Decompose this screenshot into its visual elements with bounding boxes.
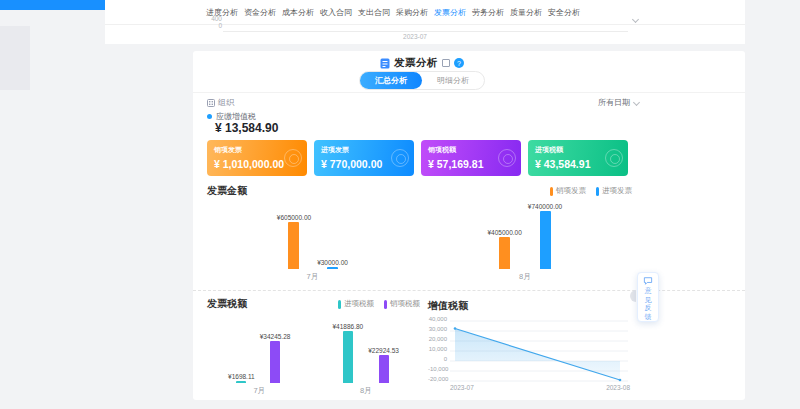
bar-group: ¥41886.80¥22924.538月 <box>332 319 398 396</box>
bar-value-label: ¥41886.80 <box>332 323 363 330</box>
summary-card-label: 进项税额 <box>535 145 621 155</box>
y-axis-tick: -10,000 <box>428 366 447 372</box>
category-label: 7月 <box>307 272 319 282</box>
view-toggle: 汇总分析明细分析 <box>193 71 651 90</box>
view-toggle-group: 汇总分析明细分析 <box>359 71 485 90</box>
bar-unit: ¥605000.00 <box>277 199 311 269</box>
category-label: 7月 <box>253 386 265 396</box>
bar-进项税额 <box>343 331 353 383</box>
bar-unit: ¥41886.80 <box>332 319 363 383</box>
invoice-analysis-card: 发票分析 ? 汇总分析明细分析 组织 所有日期 应缴增值税 ¥ 13,584.9… <box>193 51 745 400</box>
feedback-label: 意见反馈 <box>645 287 652 321</box>
legend-label: 进项税额 <box>344 299 374 309</box>
bar-value-label: ¥34245.28 <box>260 333 291 340</box>
summary-card-label: 进项发票 <box>321 145 407 155</box>
filter-row: 组织 所有日期 <box>207 97 639 108</box>
y-axis-tick: 40,000 <box>428 316 447 322</box>
legend-item[interactable]: 进项发票 <box>596 186 632 196</box>
legend-item[interactable]: 进项税额 <box>338 299 374 309</box>
bar-group: ¥1698.11¥34245.287月 <box>228 319 290 396</box>
data-point <box>454 327 457 330</box>
legend-label: 进项发票 <box>602 186 632 196</box>
legend-item[interactable]: 销项税额 <box>384 299 420 309</box>
section-title: 发票金额 <box>207 184 247 198</box>
header-divider <box>193 92 745 93</box>
x-axis-label: 2023-08 <box>606 384 630 391</box>
bar-value-label: ¥405000.00 <box>487 229 521 236</box>
legend-marker-icon <box>596 187 599 196</box>
feedback-widget[interactable]: 意见反馈 <box>637 272 659 322</box>
bar-销项税额 <box>270 341 280 384</box>
invoice-amount-legend: 销项发票进项发票 <box>550 186 632 196</box>
chevron-down-icon <box>633 99 640 106</box>
bar-group: ¥605000.00¥30000.007月 <box>277 199 348 282</box>
view-tab-汇总分析[interactable]: 汇总分析 <box>360 72 422 89</box>
expand-icon[interactable] <box>442 59 450 67</box>
date-filter-label: 所有日期 <box>598 97 630 108</box>
bars: ¥405000.00¥740000.00 <box>487 199 562 269</box>
bars: ¥605000.00¥30000.00 <box>277 199 348 269</box>
remnant-x-label: 2023-07 <box>375 33 455 40</box>
bar-value-label: ¥1698.11 <box>228 373 255 380</box>
org-filter-label: 组织 <box>218 97 234 108</box>
bar-value-label: ¥605000.00 <box>277 214 311 221</box>
y-axis-tick: 30,000 <box>428 326 447 332</box>
legend-label: 销项发票 <box>556 186 586 196</box>
summary-card-label: 销项税额 <box>428 145 514 155</box>
remnant-y-tick-zero: 0 <box>185 22 222 29</box>
legend-label: 销项税额 <box>390 299 420 309</box>
bar-group: ¥405000.00¥740000.008月 <box>487 199 562 282</box>
feedback-handle[interactable] <box>630 290 636 302</box>
summary-cards-row: 销项发票¥ 1,010,000.00进项发票¥ 770,000.00销项税额¥ … <box>207 140 628 176</box>
legend-marker-icon <box>550 187 553 196</box>
bar-value-label: ¥30000.00 <box>317 259 348 266</box>
summary-card: 进项税额¥ 43,584.91 <box>528 140 628 176</box>
legend-marker-icon <box>338 300 341 309</box>
view-tab-明细分析[interactable]: 明细分析 <box>422 72 484 89</box>
bar-进项发票 <box>540 211 551 269</box>
bar-进项发票 <box>327 267 338 269</box>
category-label: 8月 <box>519 272 531 282</box>
summary-card: 进项发票¥ 770,000.00 <box>314 140 414 176</box>
date-filter[interactable]: 所有日期 <box>598 97 639 108</box>
invoice-tax-section-head: 发票税额 进项税额销项税额 <box>207 297 420 311</box>
top-nav-card: 进度分析资金分析成本分析收入合同支出合同采购分析发票分析劳务分析质量分析安全分析… <box>105 0 745 44</box>
summary-card: 销项发票¥ 1,010,000.00 <box>207 140 307 176</box>
bars: ¥1698.11¥34245.28 <box>228 319 290 383</box>
invoice-amount-section-head: 发票金额 销项发票进项发票 <box>207 184 632 198</box>
bar-销项税额 <box>379 355 389 384</box>
left-gutter-shadow <box>0 26 30 90</box>
building-icon <box>207 99 215 107</box>
bar-销项发票 <box>499 237 510 269</box>
y-axis-tick: 10,000 <box>428 346 447 352</box>
legend-marker-icon <box>384 300 387 309</box>
bar-进项税额 <box>236 381 246 383</box>
chat-bubble-icon <box>642 277 654 285</box>
legend-item[interactable]: 销项发票 <box>550 186 586 196</box>
remnant-gridline <box>223 31 628 32</box>
bar-unit: ¥30000.00 <box>317 199 348 269</box>
bar-value-label: ¥22924.53 <box>368 347 399 354</box>
section-title: 增值税额 <box>428 300 468 311</box>
help-icon[interactable]: ? <box>454 58 464 68</box>
category-label: 8月 <box>360 386 372 396</box>
remnant-y-tick: 400 <box>185 15 222 22</box>
kpi-value: ¥ 13,584.90 <box>215 121 278 135</box>
bar-unit: ¥405000.00 <box>487 199 521 269</box>
y-axis-tick: 0 <box>428 356 447 362</box>
y-axis-tick: 20,000 <box>428 336 447 342</box>
invoice-tax-bar-chart: ¥1698.11¥34245.287月¥41886.80¥22924.538月 <box>207 318 420 396</box>
document-icon <box>380 58 390 69</box>
org-filter[interactable]: 组织 <box>207 97 234 108</box>
bar-销项发票 <box>288 222 299 269</box>
vat-line-chart <box>450 320 628 382</box>
summary-card: 销项税额¥ 57,169.81 <box>421 140 521 176</box>
x-axis-label: 2023-07 <box>450 384 474 391</box>
bars: ¥41886.80¥22924.53 <box>332 319 398 383</box>
bar-unit: ¥1698.11 <box>228 319 255 383</box>
bar-unit: ¥740000.00 <box>528 199 562 269</box>
vat-line-chart-panel: 增值税额 40,00030,00020,00010,0000-10,000-20… <box>428 295 630 397</box>
scrolled-chart-remnant: 400 0 2023-07 <box>105 14 745 44</box>
kpi-dot-icon <box>207 114 212 119</box>
invoice-amount-bar-chart: ¥605000.00¥30000.007月¥405000.00¥740000.0… <box>207 198 632 282</box>
